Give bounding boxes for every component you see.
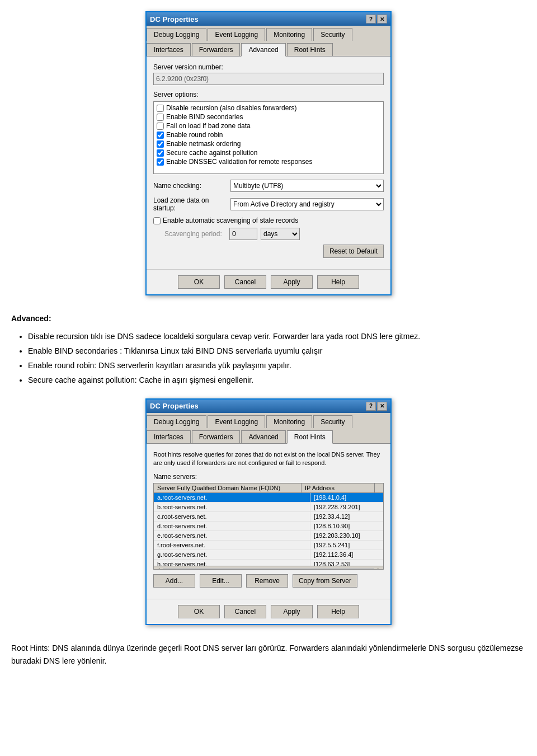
dialog-1-tabs-row2: Interfaces Forwarders Advanced Root Hint… <box>147 41 390 57</box>
scroll-left-btn[interactable]: ◀ <box>154 567 161 570</box>
help-titlebar-button[interactable]: ? <box>366 15 376 24</box>
tab-debug-logging[interactable]: Debug Logging <box>147 28 206 41</box>
tab2-monitoring[interactable]: Monitoring <box>266 415 312 428</box>
reset-to-default-button[interactable]: Reset to Default <box>323 245 384 258</box>
option-secure-cache: Secure cache against pollution <box>156 148 381 157</box>
option-fail-on-load: Fail on load if bad zone data <box>156 121 381 130</box>
article-bullet-list: Disable recursion tıklı ise DNS sadece l… <box>11 330 526 387</box>
server-row-3[interactable]: d.root-servers.net. [128.8.10.90] <box>154 522 383 531</box>
name-servers-label: Name servers: <box>153 473 384 481</box>
dialog-1-content: Server version number: Server options: D… <box>147 57 390 269</box>
servers-scroll-area[interactable]: a.root-servers.net. [198.41.0.4] b.root-… <box>154 493 383 566</box>
server-row-6[interactable]: g.root-servers.net. [192.112.36.4] <box>154 550 383 560</box>
tab2-interfaces[interactable]: Interfaces <box>147 430 191 443</box>
dialog-1-dc-properties: DC Properties ? ✕ Debug Logging Event Lo… <box>145 11 392 295</box>
name-checking-label: Name checking: <box>153 182 226 190</box>
tab2-root-hints[interactable]: Root Hints <box>287 430 333 444</box>
remove-button[interactable]: Remove <box>246 574 288 588</box>
auto-scavenging-row: Enable automatic scavenging of stale rec… <box>153 217 384 224</box>
option-netmask: Enable netmask ordering <box>156 139 381 148</box>
tab2-advanced[interactable]: Advanced <box>241 430 285 443</box>
close-titlebar-button[interactable]: ✕ <box>377 15 387 24</box>
horizontal-scrollbar[interactable]: ◀ ▶ <box>154 566 383 570</box>
server-fqdn-5: f.root-servers.net. <box>154 541 310 550</box>
server-row-0[interactable]: a.root-servers.net. [198.41.0.4] <box>154 493 383 503</box>
server-fqdn-1: b.root-servers.net. <box>154 503 310 511</box>
ok-button-2[interactable]: OK <box>178 605 220 618</box>
bullet-item-1: Disable recursion tıklı ise DNS sadece l… <box>28 330 526 344</box>
checkbox-dnssec[interactable] <box>157 158 164 166</box>
checkbox-round-robin[interactable] <box>157 132 164 139</box>
checkbox-disable-recursion[interactable] <box>157 105 164 112</box>
tab2-event-logging[interactable]: Event Logging <box>208 415 265 428</box>
load-zone-select[interactable]: From Active Directory and registry <box>230 198 384 210</box>
bullet-item-4: Secure cache against pollution: Cache in… <box>28 374 526 387</box>
server-row-2[interactable]: c.root-servers.net. [192.33.4.12] <box>154 512 383 522</box>
server-options-label: Server options: <box>153 91 384 98</box>
option-dnssec: Enable DNSSEC validation for remote resp… <box>156 157 381 166</box>
tab-event-logging[interactable]: Event Logging <box>208 28 265 41</box>
tab2-security[interactable]: Security <box>313 415 352 428</box>
tab2-debug-logging[interactable]: Debug Logging <box>147 415 206 428</box>
dialog-1-title: DC Properties <box>150 15 199 24</box>
dialog-1-tabs-row1: Debug Logging Event Logging Monitoring S… <box>147 26 390 41</box>
checkbox-enable-bind[interactable] <box>157 114 164 121</box>
edit-button[interactable]: Edit... <box>200 574 242 588</box>
help-titlebar-button-2[interactable]: ? <box>366 402 376 411</box>
server-fqdn-3: d.root-servers.net. <box>154 522 310 530</box>
scroll-spacer <box>374 483 383 492</box>
server-ip-5: [192.5.5.241] <box>310 541 383 550</box>
server-row-1[interactable]: b.root-servers.net. [192.228.79.201] <box>154 503 383 512</box>
server-ip-1: [192.228.79.201] <box>310 503 383 511</box>
apply-button-1[interactable]: Apply <box>271 275 313 289</box>
server-ip-0: [198.41.0.4] <box>310 493 383 502</box>
add-button[interactable]: Add... <box>153 574 195 588</box>
server-version-group: Server version number: <box>153 63 384 85</box>
scavenging-period-input[interactable] <box>229 228 257 240</box>
scavenging-period-label: Scavenging period: <box>164 230 226 238</box>
checkbox-netmask[interactable] <box>157 140 164 148</box>
name-checking-select[interactable]: Multibyte (UTF8) <box>230 180 384 192</box>
tab-forwarders[interactable]: Forwarders <box>192 43 241 56</box>
checkbox-fail-on-load[interactable] <box>157 123 164 130</box>
tab2-forwarders[interactable]: Forwarders <box>192 430 241 443</box>
checkbox-secure-cache[interactable] <box>157 149 164 157</box>
load-zone-row: Load zone data on startup: From Active D… <box>153 196 384 212</box>
server-row-7[interactable]: h.root-servers.net. [128.63.2.53] <box>154 560 383 566</box>
help-button-1[interactable]: Help <box>317 275 359 289</box>
server-fqdn-2: c.root-servers.net. <box>154 512 310 521</box>
col-header-fqdn: Server Fully Qualified Domain Name (FQDN… <box>154 483 302 492</box>
copy-from-server-button[interactable]: Copy from Server <box>293 574 357 588</box>
bullet-item-2: Enable BIND secondaries : Tıklanırsa Lin… <box>28 345 526 358</box>
scroll-track <box>163 568 374 570</box>
server-version-label: Server version number: <box>153 63 384 71</box>
server-ip-7: [128.63.2.53] <box>310 560 383 566</box>
server-row-5[interactable]: f.root-servers.net. [192.5.5.241] <box>154 541 383 550</box>
scavenging-period-row: Scavenging period: days <box>153 228 384 240</box>
server-ip-2: [192.33.4.12] <box>310 512 383 521</box>
scroll-right-btn[interactable]: ▶ <box>376 567 383 570</box>
server-fqdn-4: e.root-servers.net. <box>154 531 310 540</box>
load-zone-label: Load zone data on startup: <box>153 196 226 212</box>
col-header-ip: IP Address <box>302 483 374 492</box>
tab-security[interactable]: Security <box>313 28 352 41</box>
dialog-2-titlebar: DC Properties ? ✕ <box>147 400 390 413</box>
root-hints-action-buttons: Add... Edit... Remove Copy from Server <box>153 574 384 588</box>
ok-button-1[interactable]: OK <box>178 275 220 289</box>
apply-button-2[interactable]: Apply <box>271 605 313 618</box>
tab-interfaces[interactable]: Interfaces <box>147 43 191 56</box>
checkbox-auto-scavenging[interactable] <box>153 217 161 224</box>
scavenging-days-select[interactable]: days <box>261 228 300 240</box>
tab-advanced[interactable]: Advanced <box>241 43 285 57</box>
close-titlebar-button-2[interactable]: ✕ <box>377 402 387 411</box>
cancel-button-2[interactable]: Cancel <box>224 605 266 618</box>
tab-root-hints[interactable]: Root Hints <box>287 43 333 56</box>
option-round-robin: Enable round robin <box>156 130 381 139</box>
tab-monitoring[interactable]: Monitoring <box>266 28 312 41</box>
help-button-2[interactable]: Help <box>317 605 359 618</box>
servers-table-wrapper: Server Fully Qualified Domain Name (FQDN… <box>153 483 384 570</box>
servers-table-header: Server Fully Qualified Domain Name (FQDN… <box>154 483 383 493</box>
server-row-4[interactable]: e.root-servers.net. [192.203.230.10] <box>154 531 383 541</box>
server-version-input <box>153 73 384 85</box>
cancel-button-1[interactable]: Cancel <box>224 275 266 289</box>
